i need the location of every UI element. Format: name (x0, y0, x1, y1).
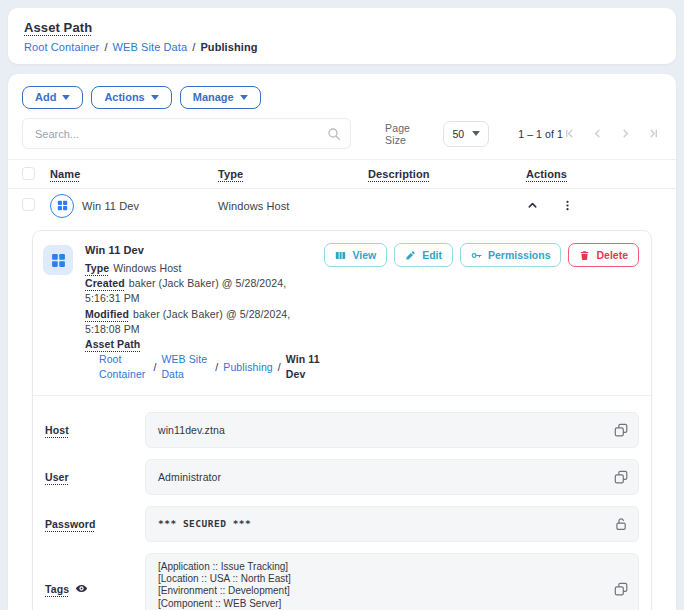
password-label: Password (45, 518, 95, 530)
breadcrumb-separator: / (192, 41, 195, 53)
asset-path-label: Asset Path (85, 338, 140, 350)
column-header-description[interactable]: Description (368, 168, 430, 180)
host-value: win11dev.ztna (158, 424, 225, 436)
tags-field-row: Tags [Application :: Issue Tracking] [Lo… (43, 553, 639, 610)
toolbar: Add Actions Manage (8, 86, 676, 109)
trash-icon (579, 250, 590, 261)
page-size-label: Page Size (385, 122, 433, 146)
view-button[interactable]: View (324, 243, 387, 267)
actions-button-label: Actions (104, 91, 144, 103)
page-size-select[interactable]: 50 (443, 121, 489, 147)
copy-host-button[interactable] (614, 423, 628, 437)
row-name: Win 11 Dev (82, 200, 139, 212)
password-field: *** SECURED *** (145, 506, 639, 542)
next-page-icon[interactable] (619, 127, 632, 140)
last-page-icon[interactable] (647, 127, 660, 140)
windows-host-icon (50, 194, 74, 218)
host-field-row: Host win11dev.ztna (43, 412, 639, 448)
tags-field: [Application :: Issue Tracking] [Locatio… (145, 553, 639, 610)
copy-tags-button[interactable] (614, 582, 628, 596)
previous-page-icon[interactable] (591, 127, 604, 140)
eye-icon[interactable] (75, 582, 88, 595)
modified-label: Modified (85, 308, 129, 320)
search-icon (327, 127, 341, 141)
table-row: Win 11 Dev Windows Host (8, 189, 676, 222)
user-label: User (45, 471, 69, 483)
user-value: Administrator (158, 471, 221, 483)
edit-button-label: Edit (422, 249, 442, 261)
unlock-password-button[interactable] (614, 517, 628, 531)
copy-icon (614, 423, 628, 437)
copy-user-button[interactable] (614, 470, 628, 484)
search-input[interactable] (23, 119, 350, 148)
path-current: Win 11 Dev (286, 352, 325, 382)
delete-button[interactable]: Delete (568, 243, 639, 267)
permissions-button[interactable]: Permissions (460, 243, 561, 267)
first-page-icon[interactable] (563, 127, 576, 140)
key-icon (471, 250, 482, 261)
column-header-type[interactable]: Type (218, 168, 243, 180)
row-menu-button[interactable] (561, 199, 574, 212)
detail-actions: View Edit Permissions Delete (324, 243, 639, 267)
main-panel: Add Actions Manage Page Size 50 1 – (8, 74, 676, 610)
page: Asset Path Root Container / WEB Site Dat… (0, 0, 684, 610)
select-all-checkbox[interactable] (22, 167, 35, 180)
host-label: Host (45, 424, 69, 436)
chevron-down-icon (240, 95, 248, 100)
add-button[interactable]: Add (22, 86, 83, 109)
breadcrumb-link-root-container[interactable]: Root Container (24, 41, 99, 53)
path-link-publishing[interactable]: Publishing (223, 360, 272, 375)
detail-header: Win 11 Dev TypeWindows Host Createdbaker… (43, 243, 639, 383)
asset-modified-row: Modifiedbaker (Jack Baker) @ 5/28/2024, … (85, 307, 324, 337)
unlock-icon (614, 517, 628, 531)
copy-icon (614, 470, 628, 484)
manage-button-label: Manage (193, 91, 234, 103)
page-size-value: 50 (452, 128, 464, 140)
chevron-down-icon (472, 131, 480, 136)
breadcrumb-current: Publishing (200, 41, 257, 53)
breadcrumb-separator: / (104, 41, 107, 53)
path-separator: / (153, 360, 156, 375)
breadcrumb: Root Container / WEB Site Data / Publish… (24, 41, 660, 53)
view-button-label: View (352, 249, 376, 261)
kebab-menu-icon (561, 199, 574, 212)
view-table-icon (335, 250, 346, 261)
asset-detail-panel: Win 11 Dev TypeWindows Host Createdbaker… (32, 230, 652, 610)
chevron-up-icon (526, 199, 539, 212)
page-title: Asset Path (24, 20, 92, 35)
asset-type-row: TypeWindows Host (85, 261, 324, 276)
manage-button[interactable]: Manage (180, 86, 261, 109)
permissions-button-label: Permissions (488, 249, 550, 261)
user-field: Administrator (145, 459, 639, 495)
type-label: Type (85, 262, 109, 274)
host-field: win11dev.ztna (145, 412, 639, 448)
divider (33, 395, 651, 396)
tags-textarea[interactable]: [Application :: Issue Tracking] [Locatio… (146, 554, 638, 610)
path-link-root-container[interactable]: Root Container (99, 352, 148, 382)
chevron-down-icon (62, 95, 70, 100)
user-field-row: User Administrator (43, 459, 639, 495)
table-header: Name Type Description Actions (8, 160, 676, 189)
row-checkbox[interactable] (22, 198, 35, 211)
asset-created-row: Createdbaker (Jack Baker) @ 5/28/2024, 5… (85, 276, 324, 306)
pencil-icon (405, 250, 416, 261)
copy-icon (614, 582, 628, 596)
type-value: Windows Host (113, 262, 181, 274)
path-separator: / (278, 360, 281, 375)
add-button-label: Add (35, 91, 56, 103)
collapse-row-button[interactable] (526, 199, 539, 212)
windows-host-icon (43, 245, 73, 275)
column-header-name[interactable]: Name (50, 168, 80, 180)
detail-info: Win 11 Dev TypeWindows Host Createdbaker… (85, 243, 324, 383)
pagination-range: 1 – 1 of 1 (518, 128, 563, 140)
row-type: Windows Host (218, 200, 290, 212)
breadcrumb-link-web-site-data[interactable]: WEB Site Data (113, 41, 188, 53)
edit-button[interactable]: Edit (394, 243, 453, 267)
asset-name: Win 11 Dev (85, 243, 324, 259)
chevron-down-icon (151, 95, 159, 100)
actions-button[interactable]: Actions (91, 86, 171, 109)
search-box (22, 118, 351, 149)
path-link-web-site-data[interactable]: WEB Site Data (161, 352, 210, 382)
tags-label: Tags (45, 583, 69, 595)
created-label: Created (85, 277, 125, 289)
